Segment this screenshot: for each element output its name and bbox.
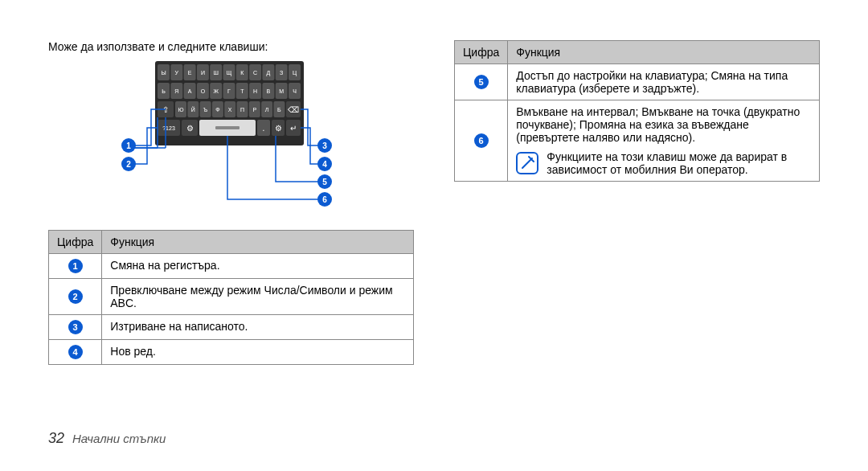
svg-text:Ъ: Ъ [203,107,207,113]
right-column: Цифра Функция 5 Достъп до настройки на к… [454,40,820,365]
svg-text:А: А [187,88,191,94]
callout-badge-5: 5 [322,178,327,186]
svg-text:Л: Л [264,107,268,113]
col-header-num: Цифра [49,231,102,254]
backspace-key-icon: ⌫ [288,105,299,114]
gear-key-icon: ⚙ [186,124,193,133]
kb-row2: Ь Я А О Ж Г Т Н В М Ч [158,83,301,99]
svg-text:Т: Т [240,88,244,94]
row-badge: 2 [68,289,83,304]
row-badge: 3 [68,320,83,334]
svg-text:Н: Н [253,88,257,94]
svg-text:Д: Д [266,70,270,76]
row-badge: 4 [68,345,83,359]
svg-text:Р: Р [252,107,256,113]
row-badge: 1 [68,259,83,273]
svg-text:Ц: Ц [292,70,297,76]
row-desc: Нов ред. [102,340,414,365]
right-table: Цифра Функция 5 Достъп до настройки на к… [454,40,820,182]
svg-text:Ю: Ю [178,107,183,113]
svg-text:И: И [200,70,204,76]
callout-badge-6: 6 [322,195,327,204]
callout-badge-2: 2 [126,160,131,169]
page-number: 32 [48,430,64,447]
svg-text:С: С [253,70,257,76]
left-column: Може да използвате и следните клавиши: Ы [48,40,414,365]
kb-row4: ?123 ⚙ . ⚙ ↵ [158,120,301,136]
section-title: Начални стъпки [72,432,166,445]
kb-row1: Ы У Е И Ш Щ К [158,64,301,80]
gear-key-icon: ⚙ [274,124,281,133]
svg-text:Ж: Ж [213,88,219,94]
row-desc: Превключване между режим Числа/Символи и… [102,279,414,315]
enter-key-icon: ↵ [290,124,297,133]
table-row: 1 Смяна на регистъра. [49,254,414,279]
space-key-icon [215,126,240,129]
table-row: 4 Нов ред. [49,340,414,365]
svg-text:Ч: Ч [293,88,297,94]
callout-badge-4: 4 [322,160,327,169]
callout-badge-1: 1 [126,141,131,150]
svg-text:Й: Й [190,106,194,113]
table-row: 5 Достъп до настройки на клавиатура; Смя… [455,64,820,100]
svg-text:Ы: Ы [161,70,166,76]
svg-text:Б: Б [277,107,281,113]
left-table: Цифра Функция 1 Смяна на регистъра. 2 Пр… [48,230,414,365]
table-row: 2 Превключване между режим Числа/Символи… [49,279,414,315]
svg-text:.: . [262,124,264,133]
svg-text:Х: Х [227,107,231,113]
col-header-num: Цифра [455,41,508,64]
row-badge: 6 [474,133,489,148]
row-desc: Смяна на регистъра. [102,254,414,279]
svg-text:З: З [280,70,283,76]
svg-text:П: П [240,107,244,113]
svg-text:В: В [266,88,270,94]
svg-text:У: У [174,70,178,76]
svg-text:?123: ?123 [162,125,175,131]
keyboard-svg: Ы У Е И Ш Щ К [111,61,352,214]
table-row: 6 Вмъкване на интервал; Вмъкване на точк… [455,100,820,182]
row-desc-cell: Вмъкване на интервал; Вмъкване на точка … [508,100,820,182]
svg-text:Я: Я [174,88,178,94]
svg-text:Ь: Ь [162,88,166,94]
callout-badge-3: 3 [322,141,327,150]
keyboard-diagram: Ы У Е И Ш Щ К [48,61,414,206]
row-badge: 5 [474,75,489,89]
note-icon [516,152,538,174]
page-footer: 32 Начални стъпки [48,430,166,447]
svg-text:Щ: Щ [226,70,231,76]
intro-text: Може да използвате и следните клавиши: [48,40,414,53]
kb-row3: ⇧ Ю Й Ъ Ф Х П Р Л Б ⌫ [158,101,301,117]
row-desc: Достъп до настройки на клавиатура; Смяна… [508,64,820,100]
col-header-func: Функция [508,41,820,64]
page-columns: Може да използвате и следните клавиши: Ы [48,40,820,365]
svg-text:Г: Г [227,88,231,94]
svg-text:М: М [279,88,284,94]
svg-text:Ф: Ф [215,107,219,113]
table-row: 3 Изтриване на написаното. [49,315,414,340]
svg-text:Ш: Ш [213,70,218,76]
svg-text:О: О [200,88,205,94]
note-text: Функциите на този клавиш може да варират… [547,150,811,176]
col-header-func: Функция [102,231,414,254]
row-desc: Изтриване на написаното. [102,315,414,340]
row-desc: Вмъкване на интервал; Вмъкване на точка … [516,105,811,144]
svg-text:Е: Е [187,70,191,76]
